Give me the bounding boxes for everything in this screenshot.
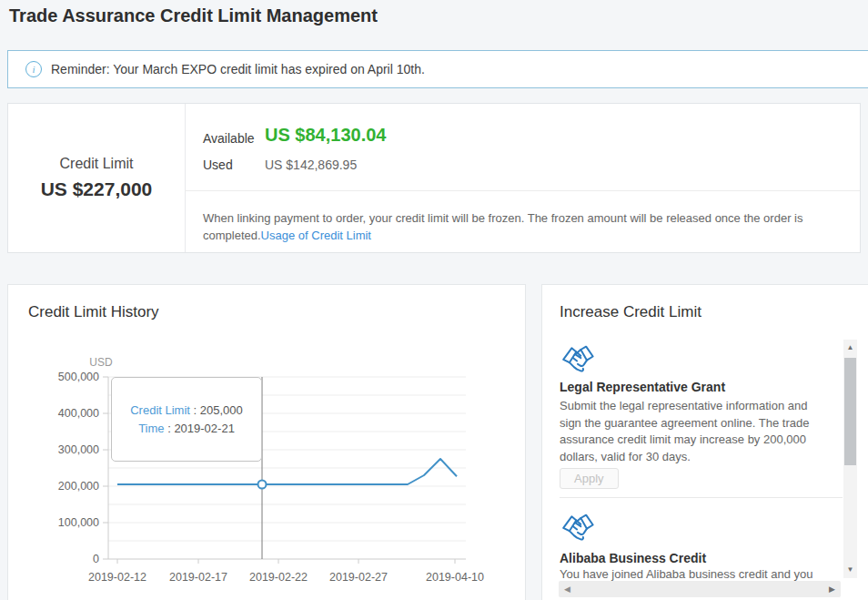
vertical-scrollbar[interactable]: ▲ ▼ [843, 340, 857, 578]
x-tick-label: 2019-02-27 [329, 571, 388, 584]
x-tick-label: 2019-04-10 [426, 571, 484, 584]
used-label: Used [203, 158, 233, 172]
credit-limit-line [117, 459, 457, 484]
usage-of-credit-limit-link[interactable]: Usage of Credit Limit [261, 229, 371, 242]
page: Trade Assurance Credit Limit Management … [0, 0, 868, 600]
horizontal-scrollbar[interactable]: ◀ ▶ [559, 581, 841, 597]
credit-note: When linking payment to order, your cred… [203, 209, 851, 244]
used-value: US $142,869.95 [265, 158, 357, 172]
apply-button[interactable]: Apply [560, 468, 619, 489]
credit-limit-label: Credit Limit [60, 156, 134, 172]
credit-limit-value: US $227,000 [41, 178, 153, 200]
x-tick-label: 2019-02-22 [249, 571, 308, 584]
available-label: Available [203, 131, 255, 146]
grant-description: Submit the legal representative informat… [560, 398, 812, 465]
reminder-text: Reminder: Your March EXPO credit limit h… [51, 62, 425, 76]
scroll-left-icon[interactable]: ◀ [564, 581, 570, 597]
business-credit-description: You have joined Alibaba business credit … [560, 567, 833, 581]
y-tick-label: 100,000 [58, 516, 99, 529]
x-tick-label: 2019-02-17 [169, 571, 227, 584]
y-tick-label: 400,000 [58, 407, 99, 420]
y-tick-label: 500,000 [58, 371, 99, 383]
chart-tooltip: Credit Limit : 205,000 Time : 2019-02-21 [111, 377, 262, 462]
y-tick-label: 0 [93, 553, 99, 565]
vertical-scrollbar-thumb[interactable] [844, 358, 856, 465]
highlighted-point [258, 481, 267, 489]
credit-summary-card: Credit Limit US $227,000 Available US $8… [7, 103, 861, 253]
credit-limit-history-chart[interactable]: 500,000400,000300,000200,000100,0000USD2… [8, 285, 525, 600]
tooltip-line-time: Time : 2019-02-21 [138, 422, 235, 435]
y-axis-name: USD [89, 356, 113, 369]
divider [560, 497, 843, 498]
y-tick-label: 200,000 [58, 480, 99, 493]
page-title: Trade Assurance Credit Limit Management [9, 5, 378, 26]
handshake-icon [560, 343, 596, 374]
handshake-icon [560, 512, 596, 543]
grant-heading: Legal Representative Grant [560, 380, 725, 394]
credit-limit-history-card: Credit Limit History 500,000400,000300,0… [7, 284, 526, 600]
scroll-down-icon[interactable]: ▼ [843, 564, 857, 576]
x-tick-label: 2019-02-12 [88, 571, 146, 584]
info-icon: i [25, 61, 42, 77]
increase-card-title: Increase Credit Limit [560, 303, 701, 321]
reminder-banner: i Reminder: Your March EXPO credit limit… [7, 50, 868, 88]
available-value: US $84,130.04 [265, 125, 386, 146]
credit-limit-summary: Credit Limit US $227,000 [8, 104, 186, 252]
tooltip-line-credit-limit: Credit Limit : 205,000 [130, 403, 243, 417]
divider [185, 190, 860, 191]
scroll-right-icon[interactable]: ▶ [829, 581, 835, 597]
business-credit-heading: Alibaba Business Credit [560, 551, 706, 565]
y-tick-label: 300,000 [58, 443, 99, 456]
increase-credit-limit-card: Increase Credit Limit Legal Representati… [541, 284, 868, 600]
scroll-up-icon[interactable]: ▲ [843, 341, 857, 354]
